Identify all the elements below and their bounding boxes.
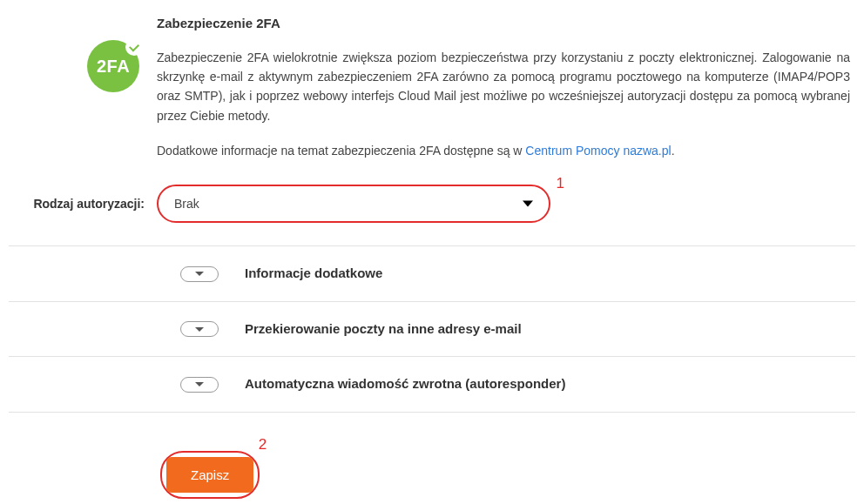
2fa-circle-icon: 2FA: [87, 40, 139, 92]
chevron-down-icon: [195, 272, 204, 276]
auth-type-control: Brak 1: [157, 185, 550, 223]
accordion-label: Przekierowanie poczty na inne adresy e-m…: [245, 319, 522, 339]
auth-type-value: Brak: [174, 195, 199, 213]
save-row: Zapisz 2: [9, 413, 855, 499]
chevron-down-icon: [523, 201, 533, 207]
check-icon: [125, 38, 143, 56]
section-title: Zabezpieczenie 2FA: [157, 14, 850, 34]
section-description: Zabezpieczenie 2FA wielokrotnie zwiększa…: [157, 48, 850, 126]
2fa-icon-label: 2FA: [97, 53, 130, 79]
annotation-1: 1: [557, 172, 564, 195]
accordion-toggle[interactable]: [180, 321, 219, 337]
save-button[interactable]: Zapisz: [166, 457, 253, 493]
section-more-info: Dodatkowe informacje na temat zabezpiecz…: [157, 141, 850, 160]
accordion-label: Automatyczna wiadomość zwrotna (autoresp…: [245, 374, 565, 394]
section-2fa-content: Zabezpieczenie 2FA Zabezpieczenie 2FA wi…: [157, 14, 855, 176]
accordion-label: Informacje dodatkowe: [245, 264, 382, 284]
auth-type-row: Rodzaj autoryzacji: Brak 1: [9, 176, 855, 245]
chevron-down-icon: [195, 327, 204, 332]
more-info-suffix: .: [672, 144, 675, 158]
accordion-item-forwarding[interactable]: Przekierowanie poczty na inne adresy e-m…: [9, 302, 855, 358]
accordion-item-additional-info[interactable]: Informacje dodatkowe: [9, 246, 855, 302]
accordion-toggle[interactable]: [180, 266, 219, 282]
2fa-icon: 2FA: [87, 40, 139, 92]
section-2fa: 2FA Zabezpieczenie 2FA Zabezpieczenie 2F…: [9, 0, 855, 176]
accordion-item-autoresponder[interactable]: Automatyczna wiadomość zwrotna (autoresp…: [9, 357, 855, 413]
help-center-link[interactable]: Centrum Pomocy nazwa.pl: [525, 144, 671, 158]
auth-type-select[interactable]: Brak: [157, 185, 550, 223]
auth-type-label: Rodzaj autoryzacji:: [9, 195, 157, 213]
chevron-down-icon: [195, 382, 204, 386]
accordion-toggle[interactable]: [180, 377, 219, 393]
save-button-highlight: Zapisz 2: [160, 451, 260, 499]
more-info-prefix: Dodatkowe informacje na temat zabezpiecz…: [157, 144, 525, 158]
annotation-2: 2: [259, 433, 267, 456]
